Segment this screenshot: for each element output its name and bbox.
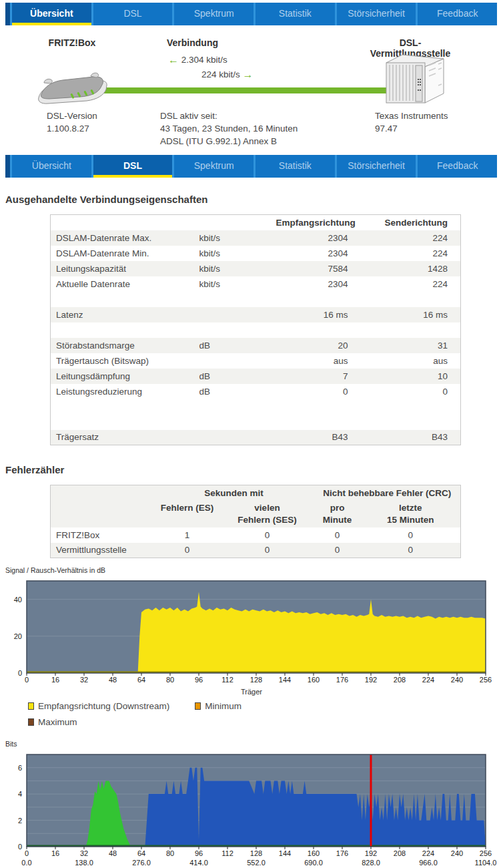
downstream-rate: ← 2.304 kbit/s	[168, 54, 227, 66]
fritzbox-label: FRITZ!Box	[39, 37, 105, 48]
table-cell: 16 ms	[271, 307, 358, 322]
tab-statistik[interactable]: Statistik	[256, 155, 335, 178]
svg-text:128: 128	[250, 676, 262, 684]
header-cell	[194, 215, 271, 230]
table-cell	[358, 322, 461, 338]
error-group-header-row: Sekunden mitNicht behebbare Fehler (CRC)	[51, 485, 461, 501]
table-cell: 31	[358, 338, 461, 353]
svg-text:1104.0: 1104.0	[475, 859, 497, 867]
tab-dsl[interactable]: DSL	[93, 155, 173, 178]
table-cell	[194, 353, 271, 369]
error-subheader-row: Fehlern (SES)Minute15 Minuten	[51, 514, 461, 527]
spacer-row	[51, 415, 461, 430]
table-cell: B43	[271, 430, 358, 445]
upstream-rate: 224 kbit/s →	[201, 69, 254, 81]
subheader-cell: Fehlern (SES)	[221, 514, 314, 527]
svg-text:160: 160	[308, 676, 320, 684]
table-cell: Latenz	[51, 307, 194, 322]
table-cell: dB	[194, 384, 271, 399]
bits-chart: 0163248648096112128144160176192208224240…	[0, 749, 503, 868]
table-cell	[271, 415, 358, 430]
row-label-cell: FRITZ!Box	[51, 527, 154, 543]
svg-text:48: 48	[109, 676, 117, 684]
table-cell	[51, 399, 194, 415]
legend-item-minimum: Minimum	[195, 701, 241, 711]
table-cell	[271, 322, 358, 338]
table-cell	[358, 292, 461, 307]
svg-text:4: 4	[18, 790, 22, 798]
spacer-row	[51, 292, 461, 307]
table-cell	[358, 399, 461, 415]
snr-chart: 0163248648096112128144160176192208224240…	[0, 576, 503, 685]
fritzbox-router-icon	[35, 67, 109, 108]
svg-text:256: 256	[480, 849, 492, 857]
svg-text:112: 112	[221, 849, 233, 857]
legend-label: Maximum	[38, 717, 77, 727]
dsl-mode-value: ADSL (ITU G.992.1) Annex B	[160, 135, 298, 148]
errors-section-title: Fehlerzähler	[5, 464, 503, 475]
table-cell: 10	[358, 369, 461, 384]
tab-feedback[interactable]: Feedback	[418, 3, 497, 25]
svg-text:80: 80	[166, 676, 174, 684]
legend-label: Minimum	[205, 701, 241, 711]
table-row: StörabstandsmargedB2031	[51, 338, 461, 353]
tab-statistik[interactable]: Statistik	[256, 3, 335, 25]
svg-text:552.0: 552.0	[247, 859, 266, 867]
table-row: Vermittlungsstelle0000	[51, 543, 461, 558]
svg-text:64: 64	[137, 676, 145, 684]
value-cell: 0	[154, 543, 221, 558]
svg-text:0: 0	[18, 843, 22, 851]
table-cell	[194, 430, 271, 445]
table-cell: 1428	[358, 261, 461, 276]
vendor-block: Texas Instruments 97.47	[375, 110, 448, 135]
tab--bersicht[interactable]: Übersicht	[12, 155, 91, 178]
table-cell	[194, 415, 271, 430]
table-cell	[358, 415, 461, 430]
dsl-version-value: 1.100.8.27	[47, 122, 97, 135]
table-cell	[51, 485, 154, 501]
tab-feedback[interactable]: Feedback	[418, 155, 497, 178]
table-cell	[194, 322, 271, 338]
svg-text:208: 208	[394, 676, 406, 684]
svg-text:160: 160	[308, 849, 320, 857]
table-cell	[194, 292, 271, 307]
tab-dsl[interactable]: DSL	[93, 3, 173, 25]
svg-text:32: 32	[80, 849, 88, 857]
table-cell: Leitungskapazität	[51, 261, 194, 276]
svg-text:240: 240	[451, 849, 463, 857]
table-cell: kbit/s	[194, 261, 271, 276]
svg-text:144: 144	[279, 849, 291, 857]
table-cell: 2304	[271, 230, 358, 246]
svg-text:80: 80	[166, 849, 174, 857]
table-cell: Trägertausch (Bitswap)	[51, 353, 194, 369]
svg-text:96: 96	[195, 676, 203, 684]
svg-text:276.0: 276.0	[132, 859, 151, 867]
error-counter-table: Sekunden mitNicht behebbare Fehler (CRC)…	[50, 485, 461, 558]
svg-text:112: 112	[221, 676, 233, 684]
tab--bersicht[interactable]: Übersicht	[12, 3, 91, 25]
table-cell: 16 ms	[358, 307, 461, 322]
table-cell: 0	[358, 384, 461, 399]
tab-spektrum[interactable]: Spektrum	[174, 3, 254, 25]
table-cell: Störabstandsmarge	[51, 338, 194, 353]
snr-chart-legend: Empfangsrichtung (Downstream)MinimumMaxi…	[28, 701, 308, 733]
tab-st-rsicherheit[interactable]: Störsicherheit	[337, 3, 416, 25]
table-cell: Leitungsdämpfung	[51, 369, 194, 384]
error-subheader-row: Fehlern (ES)vielenproletzte	[51, 501, 461, 514]
svg-text:32: 32	[80, 676, 88, 684]
tab-spektrum[interactable]: Spektrum	[174, 155, 254, 178]
tab-st-rsicherheit[interactable]: Störsicherheit	[337, 155, 416, 178]
connection-label: Verbindung	[167, 37, 218, 48]
table-cell: dB	[194, 369, 271, 384]
legend-item-maximum: Maximum	[28, 717, 77, 727]
table-cell	[194, 399, 271, 415]
svg-text:48: 48	[109, 849, 117, 857]
table-cell: 7584	[271, 261, 358, 276]
value-cell: 0	[361, 543, 461, 558]
subheader-cell	[154, 514, 221, 527]
value-cell: 0	[314, 543, 361, 558]
svg-text:0: 0	[18, 669, 22, 677]
value-cell: 0	[221, 543, 314, 558]
properties-table: EmpfangsrichtungSenderichtungDSLAM-Daten…	[50, 214, 461, 445]
header-cell: Empfangsrichtung	[271, 215, 358, 230]
